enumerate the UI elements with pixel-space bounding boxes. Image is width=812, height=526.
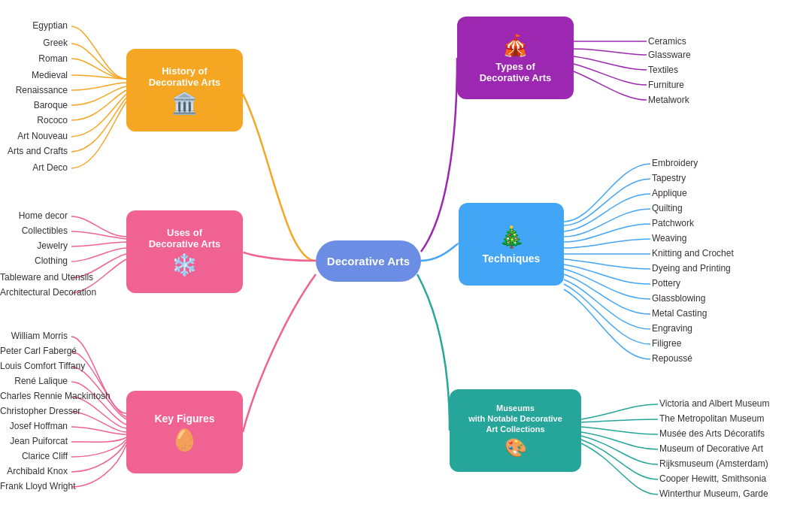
- tech-leaf-6: Knitting and Crochet: [652, 248, 734, 258]
- tech-leaf-3: Quilting: [652, 203, 683, 213]
- museum-leaf-2: Musée des Arts Décoratifs: [659, 428, 765, 439]
- techniques-icon: 🎄: [498, 225, 525, 249]
- history-leaf-renaissance: Renaissance: [0, 85, 68, 95]
- techniques-node: 🎄 Techniques: [459, 203, 564, 286]
- tech-leaf-10: Metal Casting: [652, 308, 707, 319]
- types-leaf-3: Furniture: [648, 80, 684, 90]
- museums-node: Museumswith Notable DecorativeArt Collec…: [450, 389, 581, 472]
- kf-leaf-6: Josef Hoffman: [0, 421, 68, 431]
- tech-leaf-1: Tapestry: [652, 173, 686, 183]
- uses-leaf-tableware: Tableware and Utensils: [0, 272, 68, 283]
- center-node: Decorative Arts: [316, 240, 421, 282]
- kf-leaf-3: René Lalique: [0, 376, 68, 386]
- types-node: 🎪 Types ofDecorative Arts: [457, 17, 574, 99]
- kf-leaf-0: William Morris: [0, 331, 68, 341]
- tech-leaf-12: Filigree: [652, 338, 681, 349]
- uses-leaf-clothing: Clothing: [0, 255, 68, 266]
- types-leaf-4: Metalwork: [648, 95, 689, 105]
- techniques-label: Techniques: [483, 252, 541, 265]
- tech-leaf-2: Applique: [652, 188, 687, 198]
- uses-leaf-collectibles: Collectibles: [0, 225, 68, 236]
- uses-leaf-jewelry: Jewelry: [0, 240, 68, 251]
- museum-leaf-4: Rijksmuseum (Amsterdam): [659, 458, 768, 469]
- types-leaf-0: Ceramics: [648, 36, 686, 47]
- museum-leaf-1: The Metropolitan Museum: [659, 413, 764, 424]
- center-label: Decorative Arts: [327, 255, 410, 268]
- tech-leaf-0: Embroidery: [652, 158, 698, 168]
- uses-leaf-architectural: Architectural Decoration: [0, 287, 68, 298]
- kf-leaf-8: Clarice Cliff: [0, 451, 68, 461]
- history-leaf-medieval: Medieval: [0, 70, 68, 80]
- kf-leaf-9: Archibald Knox: [0, 466, 68, 476]
- history-label: History ofDecorative Arts: [149, 65, 221, 88]
- museum-leaf-3: Museum of Decorative Art: [659, 443, 763, 454]
- tech-leaf-9: Glassblowing: [652, 293, 705, 304]
- history-leaf-roman: Roman: [0, 53, 68, 64]
- history-leaf-egyptian: Egyptian: [0, 20, 68, 31]
- tech-leaf-13: Repoussé: [652, 353, 692, 364]
- museums-icon: 🎨: [504, 437, 527, 458]
- keyfigures-node: Key Figures 🥚: [126, 391, 243, 473]
- history-leaf-artsandcrafts: Arts and Crafts: [0, 146, 68, 156]
- tech-leaf-8: Pottery: [652, 278, 680, 289]
- keyfigures-label: Key Figures: [154, 413, 214, 425]
- history-leaf-baroque: Baroque: [0, 100, 68, 110]
- kf-leaf-4: Charles Rennie Mackintosh: [0, 391, 68, 401]
- museums-label: Museumswith Notable DecorativeArt Collec…: [468, 403, 562, 435]
- history-leaf-artnouveau: Art Nouveau: [0, 131, 68, 141]
- types-leaf-1: Glassware: [648, 50, 691, 60]
- types-label: Types ofDecorative Arts: [480, 61, 552, 83]
- uses-node: Uses ofDecorative Arts ❄️: [126, 210, 243, 293]
- museum-leaf-0: Victoria and Albert Museum: [659, 398, 770, 409]
- kf-leaf-10: Frank Lloyd Wright: [0, 481, 68, 491]
- history-leaf-greek: Greek: [0, 38, 68, 48]
- kf-leaf-1: Peter Carl Fabergé: [0, 346, 68, 356]
- history-node: History ofDecorative Arts 🏛️: [126, 49, 243, 132]
- history-icon: 🏛️: [171, 91, 198, 116]
- tech-leaf-4: Patchwork: [652, 218, 694, 228]
- keyfigures-icon: 🥚: [171, 428, 198, 452]
- tech-leaf-11: Engraving: [652, 323, 692, 334]
- history-leaf-rococo: Rococo: [0, 115, 68, 125]
- history-leaf-artdeco: Art Deco: [0, 162, 68, 173]
- kf-leaf-5: Christopher Dresser: [0, 406, 68, 416]
- types-leaf-2: Textiles: [648, 65, 678, 75]
- kf-leaf-2: Louis Comfort Tiffany: [0, 361, 68, 371]
- uses-icon: ❄️: [171, 252, 198, 277]
- museum-leaf-5: Cooper Hewitt, Smithsonia: [659, 473, 766, 484]
- museum-leaf-6: Winterthur Museum, Garde: [659, 488, 768, 499]
- types-icon: 🎪: [502, 33, 529, 58]
- uses-leaf-homedecor: Home decor: [0, 210, 68, 221]
- kf-leaf-7: Jean Puiforcat: [0, 436, 68, 446]
- tech-leaf-7: Dyeing and Printing: [652, 263, 731, 274]
- tech-leaf-5: Weaving: [652, 233, 686, 243]
- uses-label: Uses ofDecorative Arts: [149, 227, 221, 249]
